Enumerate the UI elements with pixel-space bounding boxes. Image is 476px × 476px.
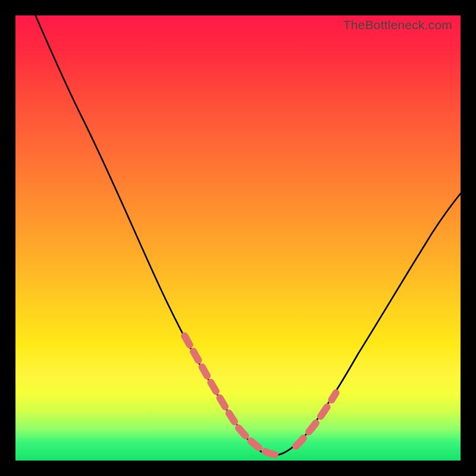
highlight-dash-left (184, 336, 275, 455)
highlight-dash-right (296, 393, 336, 446)
chart-frame: TheBottleneck.com (0, 0, 476, 476)
bottleneck-curve (36, 15, 461, 456)
plot-area: TheBottleneck.com (15, 15, 461, 461)
curve-svg (15, 15, 461, 461)
